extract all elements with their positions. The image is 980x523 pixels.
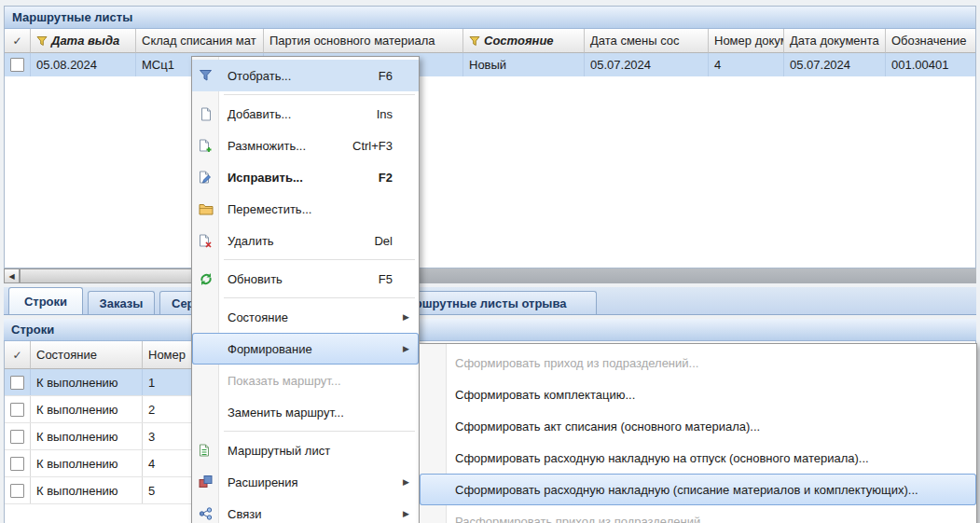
links-icon bbox=[198, 506, 214, 522]
row-check-cell bbox=[5, 477, 31, 503]
scroll-left-button[interactable]: ◀ bbox=[4, 268, 20, 283]
submenu-arrow-icon: ▶ bbox=[386, 477, 409, 487]
column-header-doc-date[interactable]: Дата документа bbox=[784, 29, 886, 53]
move-folder-icon bbox=[198, 201, 214, 217]
checkmark-icon: ✓ bbox=[12, 34, 21, 48]
submenu-arrow-icon: ▶ bbox=[386, 312, 409, 322]
scrollbar-track[interactable] bbox=[409, 268, 976, 283]
routes-grid-header: ✓ Дата выда Склад списания мат Партия ос… bbox=[5, 29, 975, 53]
menu-item-add[interactable]: Добавить... Ins bbox=[192, 98, 419, 130]
column-header-doc-number[interactable]: Номер докум bbox=[709, 29, 784, 53]
duplicate-icon bbox=[198, 138, 214, 154]
row-checkbox[interactable] bbox=[10, 376, 24, 390]
cell-state-change-date: 05.07.2024 bbox=[585, 53, 709, 76]
cell-line-state: К выполнению bbox=[31, 423, 143, 449]
cell-line-state: К выполнению bbox=[31, 396, 143, 422]
menu-item-extensions[interactable]: Расширения ▶ bbox=[192, 466, 419, 498]
cell-line-state: К выполнению bbox=[31, 450, 143, 476]
routes-table-row[interactable]: 05.08.2024 МСц1 Новый 05.07.2024 4 05.07… bbox=[5, 53, 975, 76]
filter-icon bbox=[469, 35, 480, 47]
cell-state: Новый bbox=[463, 53, 585, 76]
shortcut-label: F2 bbox=[362, 171, 409, 185]
submenu-item-unform-receipt: Расформировать приход из подразделений..… bbox=[420, 505, 976, 523]
menu-separator bbox=[192, 256, 419, 263]
cell-doc-number: 4 bbox=[709, 53, 784, 76]
bottom-tabbar: Строки Заказы Сер Маршрутные листы отрыв… bbox=[4, 287, 976, 315]
submenu-arrow-icon: ▶ bbox=[386, 509, 409, 518]
tab-stroki[interactable]: Строки bbox=[8, 287, 83, 314]
row-checkbox[interactable] bbox=[10, 430, 24, 444]
column-header-state-change-date[interactable]: Дата смены сос bbox=[585, 29, 709, 53]
menu-item-edit[interactable]: Исправить... F2 bbox=[192, 161, 419, 193]
checkmark-icon: ✓ bbox=[12, 349, 21, 362]
submenu-item-form-kitting[interactable]: Сформировать комплектацию... bbox=[420, 378, 976, 410]
submenu-arrow-icon: ▶ bbox=[386, 344, 409, 353]
row-check-cell bbox=[5, 396, 31, 422]
edit-icon bbox=[198, 170, 214, 186]
extensions-icon bbox=[198, 475, 214, 490]
column-header-state[interactable]: Состояние bbox=[463, 29, 585, 53]
horizontal-scrollbar[interactable]: ◀ bbox=[4, 268, 976, 283]
menu-item-filter[interactable]: Отобрать... F6 bbox=[192, 60, 419, 91]
row-checkbox[interactable] bbox=[10, 484, 24, 498]
lines-panel-title: Строки bbox=[11, 323, 54, 337]
column-header-batch[interactable]: Партия основного материала bbox=[264, 29, 463, 53]
menu-item-show-route: Показать маршрут... bbox=[192, 365, 419, 396]
tab-zakazy[interactable]: Заказы bbox=[88, 291, 155, 314]
lines-panel-header: Строки bbox=[4, 319, 976, 341]
menu-item-state[interactable]: Состояние ▶ bbox=[192, 301, 419, 333]
routes-panel: Маршрутные листы ✓ Дата выда Склад списа… bbox=[4, 6, 976, 268]
submenu-item-form-writeoff-invoice[interactable]: Сформировать расходную накладную (списан… bbox=[420, 474, 976, 505]
menu-separator bbox=[192, 91, 419, 98]
menu-item-route-sheet[interactable]: Маршрутный лист bbox=[192, 434, 419, 466]
scroll-left-icon: ◀ bbox=[8, 272, 14, 281]
menu-item-replace-route[interactable]: Заменить маршрут... bbox=[192, 396, 419, 428]
row-check-cell bbox=[5, 53, 31, 76]
row-checkbox[interactable] bbox=[10, 403, 24, 417]
submenu-item-form-writeoff-act[interactable]: Сформировать акт списания (основного мат… bbox=[420, 410, 976, 442]
lines-column-header-state[interactable]: Состояние bbox=[31, 341, 143, 369]
add-icon bbox=[198, 106, 214, 122]
context-menu: Отобрать... F6 Добавить... Ins Размножит… bbox=[191, 56, 420, 523]
menu-item-formation[interactable]: Формирование ▶ bbox=[192, 333, 419, 365]
row-check-cell bbox=[5, 450, 31, 476]
menu-item-refresh[interactable]: Обновить F5 bbox=[192, 263, 419, 295]
cell-line-state: К выполнению bbox=[31, 477, 143, 503]
row-check-cell bbox=[5, 423, 31, 449]
formation-submenu: Сформировать приход из подразделений... … bbox=[419, 343, 977, 523]
menu-separator bbox=[192, 428, 419, 434]
delete-icon bbox=[198, 233, 214, 249]
cell-doc-date: 05.07.2024 bbox=[784, 53, 886, 76]
menu-item-move[interactable]: Переместить... bbox=[192, 193, 419, 225]
column-header-issue-date[interactable]: Дата выда bbox=[31, 29, 136, 53]
submenu-item-form-receipt: Сформировать приход из подразделений... bbox=[420, 347, 976, 378]
menu-item-links[interactable]: Связи ▶ bbox=[192, 498, 419, 523]
route-sheet-icon bbox=[198, 443, 214, 459]
routes-panel-header: Маршрутные листы bbox=[5, 7, 975, 29]
filter-icon bbox=[36, 35, 48, 47]
shortcut-label: Del bbox=[357, 234, 409, 248]
row-check-cell bbox=[5, 369, 31, 395]
cell-issue-date: 05.08.2024 bbox=[31, 53, 136, 76]
column-header-check[interactable]: ✓ bbox=[5, 29, 31, 53]
column-header-warehouse[interactable]: Склад списания мат bbox=[136, 29, 264, 53]
row-checkbox[interactable] bbox=[10, 457, 24, 471]
lines-column-header-check[interactable]: ✓ bbox=[5, 341, 31, 369]
menu-item-duplicate[interactable]: Размножить... Ctrl+F3 bbox=[192, 130, 419, 161]
cell-line-state: К выполнению bbox=[31, 369, 143, 395]
routes-panel-title: Маршрутные листы bbox=[12, 10, 132, 24]
column-header-designation[interactable]: Обозначение bbox=[886, 29, 975, 53]
shortcut-label: Ins bbox=[360, 107, 409, 121]
shortcut-label: F6 bbox=[362, 69, 409, 83]
menu-separator bbox=[192, 295, 419, 301]
refresh-icon bbox=[198, 271, 214, 287]
filter-icon bbox=[198, 68, 214, 84]
cell-designation: 001.00401 bbox=[886, 53, 975, 76]
submenu-item-form-issue-invoice[interactable]: Сформировать расходную накладную на отпу… bbox=[420, 442, 976, 474]
row-checkbox[interactable] bbox=[10, 58, 24, 72]
menu-item-delete[interactable]: Удалить Del bbox=[192, 225, 419, 256]
shortcut-label: Ctrl+F3 bbox=[336, 139, 409, 153]
shortcut-label: F5 bbox=[362, 272, 409, 286]
